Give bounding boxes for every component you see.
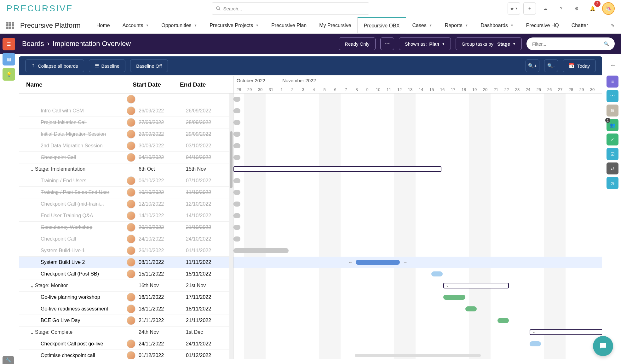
task-row[interactable]: Consultancy Workshop20/10/202221/10/2022	[19, 222, 233, 233]
notifications-icon[interactable]: 🔔2	[586, 2, 599, 15]
breadcrumb-root[interactable]: Boards	[22, 40, 44, 48]
left-nav-list-icon[interactable]: ☰	[3, 38, 15, 50]
gantt-bar[interactable]	[233, 202, 240, 207]
gantt-bar[interactable]	[233, 155, 240, 160]
task-row[interactable]: System Build Live 126/10/202201/11/2022	[19, 245, 233, 257]
shown-as-dropdown[interactable]: Shown as: Plan▼	[399, 37, 451, 50]
assignee-avatar[interactable]	[127, 339, 135, 348]
gantt-bar[interactable]	[233, 108, 240, 113]
right-nav-check-icon[interactable]: ✓	[607, 134, 618, 145]
nav-tab-chatter[interactable]: Chatter	[565, 17, 594, 33]
nav-tab-precursive-projects[interactable]: Precursive Projects▼	[203, 17, 265, 33]
assignee-avatar[interactable]	[127, 246, 135, 255]
task-row[interactable]: Checkpoint Call (Post SB)15/11/202215/11…	[19, 268, 233, 280]
assignee-avatar[interactable]	[127, 316, 135, 325]
right-nav-details-icon[interactable]: ≡	[607, 76, 618, 88]
vertical-scrollbar[interactable]	[229, 94, 233, 359]
assignee-avatar[interactable]	[127, 130, 135, 139]
nav-tab-precursive-obx[interactable]: Precursive OBX	[358, 17, 406, 33]
gantt-bar[interactable]	[233, 190, 240, 195]
global-search[interactable]	[212, 2, 369, 15]
admin-wrench-icon[interactable]: 🔧	[3, 356, 14, 364]
task-row[interactable]: System Build Live 208/11/202211/11/2022	[19, 257, 233, 268]
gantt-bar[interactable]	[233, 97, 240, 102]
assignee-avatar[interactable]	[127, 95, 135, 104]
chat-fab[interactable]	[593, 336, 613, 356]
left-nav-board-icon[interactable]: ▦	[3, 53, 15, 65]
help-icon[interactable]: ?	[555, 2, 567, 15]
gantt-bar[interactable]	[233, 132, 240, 137]
column-end-date[interactable]: End Date	[180, 81, 227, 88]
assignee-avatar[interactable]	[127, 270, 135, 278]
right-nav-history-icon[interactable]: ◷	[607, 177, 618, 189]
collapse-panel-icon[interactable]: ←	[610, 61, 616, 69]
zoom-in-button[interactable]: 🔍+	[526, 60, 539, 72]
task-row[interactable]: Initial Data Migration Session29/09/2022…	[19, 128, 233, 140]
assignee-avatar[interactable]	[127, 211, 135, 220]
task-row[interactable]: Go-live planning workshop16/11/202217/11…	[19, 292, 233, 303]
search-input[interactable]	[223, 6, 365, 11]
nav-tab-reports[interactable]: Reports▼	[439, 17, 474, 33]
right-nav-activity-icon[interactable]: 〰	[607, 90, 618, 102]
gantt-bar[interactable]	[431, 271, 443, 276]
assignee-avatar[interactable]	[127, 258, 135, 267]
task-row[interactable]: Intro Call with CSM26/09/202226/09/2022	[19, 105, 233, 117]
user-avatar[interactable]: 🦄	[602, 2, 615, 15]
resize-left-icon[interactable]: ←	[348, 260, 353, 265]
right-nav-tasks-icon[interactable]: ☑	[607, 148, 618, 160]
gantt-bar[interactable]: ⌄	[530, 329, 602, 335]
task-row[interactable]: Checkpoint Call24/10/202224/10/2022	[19, 233, 233, 245]
assignee-avatar[interactable]	[127, 106, 135, 115]
group-by-dropdown[interactable]: Group tasks by: Stage▼	[456, 37, 522, 50]
task-row[interactable]: Training / End Users06/10/202207/10/2022	[19, 175, 233, 187]
gantt-bar[interactable]	[233, 143, 240, 148]
assignee-avatar[interactable]	[127, 235, 135, 243]
left-nav-ideas-icon[interactable]: 💡	[3, 68, 15, 81]
stage-row[interactable]: ⌄Stage: Complete24th Nov1st Dec	[19, 327, 233, 338]
task-row[interactable]: Checkpoint Call (mid-traini...12/10/2022…	[19, 198, 233, 210]
salesforce-help-icon[interactable]: ☁	[539, 2, 552, 15]
gantt-bar[interactable]	[443, 295, 465, 300]
horizontal-scrollbar[interactable]	[355, 354, 481, 357]
right-nav-share-icon[interactable]: ⇄	[607, 162, 618, 174]
gantt-bar[interactable]	[233, 166, 441, 172]
nav-tab-opportunities[interactable]: Opportunities▼	[155, 17, 203, 33]
gantt-bar[interactable]: ⌄	[443, 283, 509, 288]
gantt-bar[interactable]	[233, 178, 240, 183]
task-row[interactable]: BCE Go Live Day21/11/202221/11/2022	[19, 315, 233, 327]
assignee-avatar[interactable]	[127, 141, 135, 150]
resize-right-icon[interactable]: →	[403, 260, 407, 265]
gantt-bar[interactable]	[497, 318, 509, 323]
gantt-bar[interactable]	[233, 213, 240, 218]
gantt-bar[interactable]: ←→	[356, 260, 400, 265]
collapse-toggle[interactable]: ⌄	[29, 283, 35, 289]
collapse-toggle[interactable]: ⌄	[29, 166, 35, 172]
baseline-off-button[interactable]: Baseline Off	[130, 60, 168, 72]
nav-tab-precursive-plan[interactable]: Precursive Plan	[265, 17, 313, 33]
favorites-button[interactable]: ★▼	[508, 2, 520, 15]
zoom-out-button[interactable]: 🔍-	[544, 60, 558, 72]
task-row[interactable]: Project Initiation Call27/09/202228/09/2…	[19, 117, 233, 128]
task-row[interactable]: Training / Post Sales End User10/10/2022…	[19, 187, 233, 198]
today-button[interactable]: 📅Today	[563, 60, 596, 72]
activity-button[interactable]: 〰	[380, 37, 394, 50]
assignee-avatar[interactable]	[127, 304, 135, 313]
gantt-bar[interactable]	[233, 248, 289, 253]
filter-input[interactable]	[532, 41, 604, 47]
gantt-bar[interactable]	[233, 236, 240, 242]
collapse-all-button[interactable]: ⤒Collapse all boards	[25, 60, 84, 72]
assignee-avatar[interactable]	[127, 176, 135, 185]
nav-tab-accounts[interactable]: Accounts▼	[116, 17, 155, 33]
ready-only-button[interactable]: Ready Only	[339, 37, 375, 50]
right-nav-team-icon[interactable]: 1👥	[607, 119, 618, 131]
assignee-avatar[interactable]	[127, 118, 135, 127]
app-launcher-icon[interactable]	[6, 22, 14, 29]
gantt-bar[interactable]	[465, 306, 477, 311]
column-name[interactable]: Name	[19, 81, 133, 88]
task-row[interactable]: Checkpoint Call post go-live24/11/202224…	[19, 338, 233, 350]
settings-icon[interactable]: ⚙	[571, 2, 583, 15]
nav-tab-cases[interactable]: Cases▼	[406, 17, 438, 33]
assignee-avatar[interactable]	[127, 223, 135, 232]
stage-row[interactable]: ⌄Stage: Monitor16th Nov21st Nov	[19, 280, 233, 292]
stage-row[interactable]: ⌄Stage: Implementation6th Oct15th Nov	[19, 163, 233, 175]
